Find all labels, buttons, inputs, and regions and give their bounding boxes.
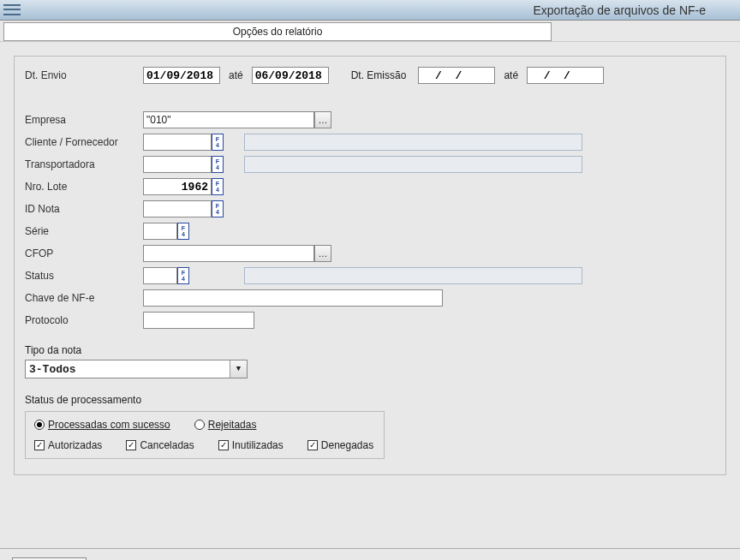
lote-label: Nro. Lote [25, 181, 143, 193]
cfop-input[interactable] [143, 245, 314, 262]
check-canceladas[interactable]: ✓ Canceladas [126, 439, 194, 451]
transportadora-display [244, 156, 582, 173]
serie-f4-icon[interactable]: F4 [177, 223, 189, 240]
status-label: Status [25, 270, 143, 282]
dt-emissao-to[interactable] [527, 67, 604, 84]
tipo-select[interactable]: 3-Todos ▼ [25, 360, 248, 378]
status-display [244, 267, 582, 284]
radio-rejeitadas[interactable]: Rejeitadas [194, 419, 257, 431]
check-autorizadas-label: Autorizadas [48, 439, 102, 451]
menu-icon[interactable] [3, 3, 21, 17]
check-autorizadas[interactable]: ✓ Autorizadas [34, 439, 102, 451]
ate-label-2: até [504, 69, 518, 81]
check-inutilizadas[interactable]: ✓ Inutilizadas [218, 439, 283, 451]
empresa-lookup-button[interactable]: … [314, 111, 331, 128]
tab-row: Opções do relatório [0, 21, 740, 42]
status-processamento-group: Processadas com sucesso Rejeitadas ✓ Aut… [25, 411, 385, 459]
tipo-value: 3-Todos [29, 363, 76, 376]
radio-rejeitadas-label: Rejeitadas [208, 419, 257, 431]
row-chave: Chave de NF-e [25, 288, 715, 308]
transportadora-label: Transportadora [25, 158, 143, 170]
row-idnota: ID Nota F4 [25, 199, 715, 219]
cliente-f4-icon[interactable]: F4 [212, 134, 224, 151]
empresa-label: Empresa [25, 114, 143, 126]
protocolo-input[interactable] [143, 312, 254, 329]
check-denegadas-label: Denegadas [321, 439, 373, 451]
check-denegadas[interactable]: ✓ Denegadas [307, 439, 373, 451]
cliente-input[interactable] [143, 134, 212, 151]
row-serie: Série F4 [25, 221, 715, 241]
check-inutilizadas-label: Inutilizadas [232, 439, 283, 451]
stproc-label: Status de processamento [25, 394, 715, 406]
tab-opcoes[interactable]: Opções do relatório [3, 22, 552, 41]
tipo-label: Tipo da nota [25, 344, 715, 356]
status-input[interactable] [143, 267, 177, 284]
cfop-label: CFOP [25, 247, 143, 259]
footer: Prosseguir [0, 548, 740, 560]
check-canceladas-label: Canceladas [140, 439, 194, 451]
serie-input[interactable] [143, 223, 177, 240]
transportadora-input[interactable] [143, 156, 212, 173]
radio-processadas[interactable]: Processadas com sucesso [34, 419, 170, 431]
cfop-lookup-button[interactable]: … [314, 245, 331, 262]
dt-envio-from[interactable] [143, 67, 220, 84]
serie-label: Série [25, 225, 143, 237]
chave-input[interactable] [143, 289, 443, 307]
row-cfop: CFOP … [25, 243, 715, 264]
dt-emissao-label: Dt. Emissão [351, 69, 407, 81]
status-f4-icon[interactable]: F4 [177, 267, 189, 284]
row-cliente: Cliente / Fornecedor F4 [25, 132, 715, 152]
protocolo-label: Protocolo [25, 314, 143, 326]
lote-input[interactable] [143, 178, 212, 195]
window-title: Exportação de arquivos de NF-e [533, 3, 706, 17]
empresa-input[interactable]: "010" [143, 111, 314, 128]
radio-processadas-label: Processadas com sucesso [48, 419, 170, 431]
idnota-f4-icon[interactable]: F4 [212, 200, 224, 217]
row-status: Status F4 [25, 265, 715, 286]
dt-envio-label: Dt. Envio [25, 69, 143, 81]
dt-envio-to[interactable] [252, 67, 329, 84]
row-dt-envio: Dt. Envio até Dt. Emissão até [25, 65, 715, 86]
chave-label: Chave de NF-e [25, 292, 143, 304]
ate-label-1: até [229, 69, 243, 81]
idnota-label: ID Nota [25, 203, 143, 215]
form-panel: Dt. Envio até Dt. Emissão até Empresa "0… [14, 56, 726, 475]
cliente-label: Cliente / Fornecedor [25, 136, 143, 148]
cliente-display [244, 134, 582, 151]
title-bar: Exportação de arquivos de NF-e [0, 0, 740, 21]
idnota-input[interactable] [143, 200, 212, 217]
row-lote: Nro. Lote F4 [25, 176, 715, 197]
row-empresa: Empresa "010" … [25, 110, 715, 130]
chevron-down-icon: ▼ [230, 360, 247, 378]
row-protocolo: Protocolo [25, 310, 715, 331]
row-transportadora: Transportadora F4 [25, 154, 715, 175]
transportadora-f4-icon[interactable]: F4 [212, 156, 224, 173]
lote-f4-icon[interactable]: F4 [212, 178, 224, 195]
dt-emissao-from[interactable] [418, 67, 495, 84]
